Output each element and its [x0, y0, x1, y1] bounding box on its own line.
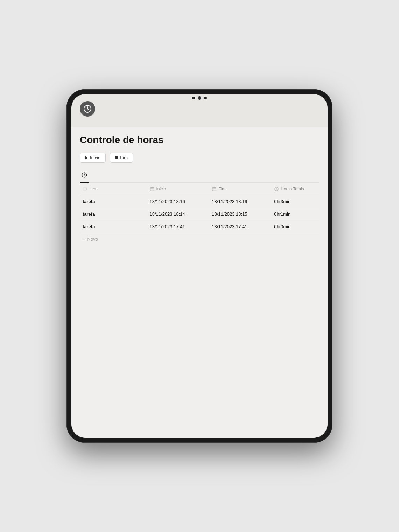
stop-button[interactable]: Fim: [110, 153, 133, 163]
camera-dot-right: [204, 97, 207, 99]
cell-horas: 0hr0min: [271, 220, 319, 233]
play-icon: [85, 156, 88, 160]
data-table: Item Inicio: [80, 183, 319, 233]
tablet-screen: Controle de horas Inicio Fim: [71, 94, 328, 438]
cell-horas: 0hr3min: [271, 195, 319, 208]
start-label: Inicio: [90, 155, 100, 160]
clock-horas-icon: [274, 187, 279, 191]
col-header-fim: Fim: [209, 183, 271, 195]
tablet-device: Controle de horas Inicio Fim: [66, 89, 332, 443]
cell-item: tarefa: [80, 195, 147, 208]
tab-clock[interactable]: [80, 170, 89, 183]
col-item-label: Item: [89, 187, 97, 191]
col-header-item: Item: [80, 183, 147, 195]
app-clock-icon: [83, 105, 92, 113]
cell-fim: 18/11/2023 18:19: [209, 195, 271, 208]
add-new-label: Novo: [88, 237, 98, 242]
cell-inicio: 18/11/2023 18:16: [147, 195, 209, 208]
table-body: tarefa18/11/2023 18:1618/11/2023 18:190h…: [80, 195, 319, 233]
add-new-row[interactable]: + Novo: [80, 233, 319, 245]
camera-dot-main: [198, 96, 201, 100]
plus-icon: +: [83, 237, 85, 242]
tab-clock-icon: [81, 172, 88, 178]
camera-bar: [192, 96, 207, 100]
cell-inicio: 18/11/2023 18:14: [147, 208, 209, 220]
cell-fim: 18/11/2023 18:15: [209, 208, 271, 220]
camera-dot-left: [192, 97, 195, 99]
col-header-inicio: Inicio: [147, 183, 209, 195]
cell-inicio: 13/11/2023 17:41: [147, 220, 209, 233]
toolbar: Inicio Fim: [80, 153, 319, 163]
table-row[interactable]: tarefa18/11/2023 18:1618/11/2023 18:190h…: [80, 195, 319, 208]
cell-fim: 13/11/2023 17:41: [209, 220, 271, 233]
cell-item: tarefa: [80, 208, 147, 220]
table-row[interactable]: tarefa18/11/2023 18:1418/11/2023 18:150h…: [80, 208, 319, 220]
svg-rect-5: [150, 188, 154, 191]
app-icon: [80, 101, 95, 117]
col-header-horas: Horas Totais: [271, 183, 319, 195]
col-inicio-label: Inicio: [156, 187, 166, 191]
calendar-inicio-icon: [150, 187, 155, 191]
stop-label: Fim: [120, 155, 128, 160]
stop-icon: [115, 156, 118, 159]
screen-content: Controle de horas Inicio Fim: [71, 127, 328, 438]
cell-horas: 0hr1min: [271, 208, 319, 220]
table-header-row: Item Inicio: [80, 183, 319, 195]
tabs-bar: [80, 170, 319, 183]
page-title: Controle de horas: [80, 134, 319, 146]
list-icon: [83, 187, 88, 191]
svg-rect-9: [212, 188, 216, 191]
calendar-fim-icon: [212, 187, 217, 191]
col-horas-label: Horas Totais: [281, 187, 304, 191]
table-row[interactable]: tarefa13/11/2023 17:4113/11/2023 17:410h…: [80, 220, 319, 233]
col-fim-label: Fim: [218, 187, 225, 191]
start-button[interactable]: Inicio: [80, 153, 106, 163]
cell-item: tarefa: [80, 220, 147, 233]
